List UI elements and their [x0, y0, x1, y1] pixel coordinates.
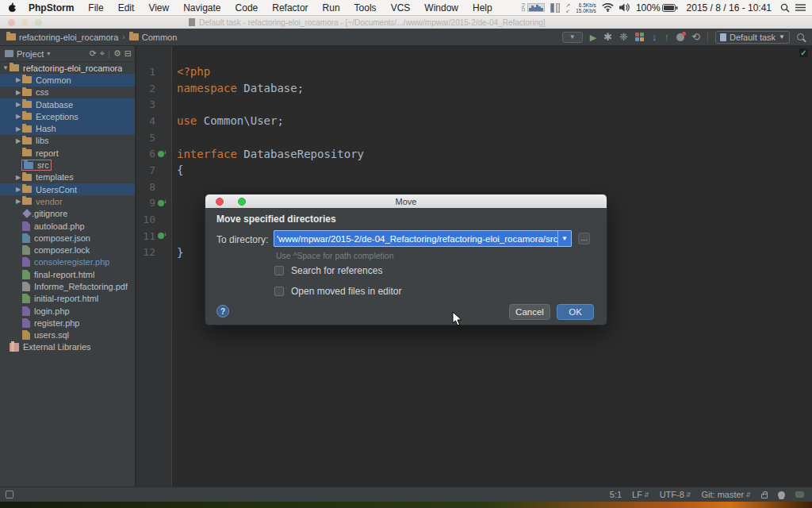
line-separator-selector[interactable]: LF⇵	[632, 490, 649, 499]
line-number[interactable]: 9	[136, 197, 155, 209]
menu-item-window[interactable]: Window	[417, 2, 465, 13]
toolwindow-toggle-icon[interactable]	[6, 491, 13, 498]
coverage-button[interactable]: ✱	[603, 32, 612, 43]
line-number[interactable]: 3	[136, 98, 155, 110]
tree-item-libs[interactable]: ▶libs	[0, 135, 135, 147]
menu-item-refactor[interactable]: Refactor	[265, 2, 315, 13]
code-line[interactable]: namespace Database;	[173, 80, 812, 97]
battery-widget[interactable]: 100%	[636, 2, 678, 13]
line-number[interactable]: 1	[136, 66, 155, 78]
apple-menu[interactable]	[0, 2, 21, 13]
code-line[interactable]	[173, 129, 812, 146]
vcs-commit-button[interactable]: ↑	[665, 32, 670, 43]
tree-item-final-report-html[interactable]: final-report.html	[0, 268, 135, 280]
wifi-icon[interactable]	[602, 3, 614, 12]
expand-arrow-icon[interactable]: ▶	[14, 101, 22, 108]
browse-button[interactable]: …	[578, 233, 590, 244]
tree-item-src[interactable]: src	[0, 159, 135, 171]
run-config-selector[interactable]: ▼	[562, 32, 583, 43]
expand-arrow-icon[interactable]: ▶	[14, 198, 22, 205]
menu-item-help[interactable]: Help	[465, 2, 500, 13]
notification-center-icon[interactable]	[795, 3, 806, 12]
tree-item-login-php[interactable]: login.php	[0, 305, 135, 317]
tree-item-exceptions[interactable]: ▶Exceptions	[0, 110, 135, 122]
expand-arrow-icon[interactable]: ▶	[14, 137, 22, 144]
code-line[interactable]: use Common\User;	[173, 113, 812, 129]
code-line[interactable]	[173, 179, 812, 195]
tree-item-common[interactable]: ▶Common	[0, 74, 135, 86]
breadcrumb-item-Common[interactable]: Common	[129, 33, 178, 42]
line-number[interactable]: 12	[136, 246, 155, 258]
line-number[interactable]: 10	[136, 214, 155, 225]
window-minimize-button[interactable]	[21, 19, 29, 26]
implement-marker-icon[interactable]	[158, 233, 164, 239]
tree-item-css[interactable]: ▶css	[0, 87, 135, 98]
code-line[interactable]: interface DatabaseRepository	[173, 145, 812, 162]
to-directory-value[interactable]: 'www/mpwar/2015-2/de-04_Refactoring/refa…	[274, 234, 557, 244]
memory-widget[interactable]	[550, 3, 560, 13]
menu-item-code[interactable]: Code	[228, 2, 266, 13]
tree-item-register-php[interactable]: register.php	[0, 317, 135, 329]
search-for-references-checkbox[interactable]: Search for references	[274, 265, 382, 276]
locate-icon[interactable]: ⌖	[100, 48, 105, 59]
expand-arrow-icon[interactable]: ▶	[14, 113, 22, 120]
window-zoom-button[interactable]	[35, 19, 42, 26]
collapse-all-icon[interactable]: ⊟	[124, 48, 132, 59]
implement-marker-icon[interactable]	[158, 200, 164, 206]
rollback-button[interactable]: ⟲	[691, 32, 700, 43]
help-button[interactable]: ?	[216, 305, 229, 318]
menu-item-navigate[interactable]: Navigate	[176, 2, 228, 13]
tree-item-hash[interactable]: ▶Hash	[0, 122, 135, 134]
tree-item-database[interactable]: ▶Database	[0, 98, 135, 110]
expand-arrow-icon[interactable]: ▶	[14, 76, 22, 83]
code-line[interactable]: {	[173, 162, 812, 179]
menu-item-run[interactable]: Run	[316, 2, 347, 13]
gear-icon[interactable]: ⚙	[113, 48, 121, 59]
dialog-title-bar[interactable]: Move	[205, 194, 607, 208]
line-number[interactable]: 8	[136, 181, 155, 193]
task-combo[interactable]: Default task▼	[715, 31, 790, 44]
menu-item-app[interactable]: PhpStorm	[21, 2, 81, 13]
window-close-button[interactable]	[8, 19, 15, 26]
show-changes-button[interactable]	[676, 33, 684, 41]
menu-clock[interactable]: 2015 / 8 / 16 - 10:41	[684, 2, 775, 13]
open-moved-files-checkbox[interactable]: Open moved files in editor	[274, 286, 401, 297]
tree-item-report[interactable]: report	[0, 147, 135, 159]
volume-icon[interactable]	[619, 3, 630, 12]
checkbox-icon[interactable]	[274, 266, 284, 275]
menu-item-tools[interactable]: Tools	[347, 2, 384, 13]
menu-item-edit[interactable]: Edit	[111, 2, 142, 13]
expand-arrow-icon[interactable]: ▼	[2, 64, 10, 71]
line-number[interactable]: 4	[136, 115, 155, 127]
inspection-status-icon[interactable]: ✓	[799, 48, 808, 57]
profile-button[interactable]: ❈	[619, 32, 628, 43]
line-number[interactable]: 5	[136, 132, 155, 144]
menu-item-file[interactable]: File	[81, 2, 110, 13]
tree-item-userscont[interactable]: ▶UsersCont	[0, 183, 135, 195]
checkbox-icon[interactable]	[274, 287, 284, 296]
implement-marker-icon[interactable]	[158, 151, 164, 157]
tree-item-composer-lock[interactable]: composer.lock	[0, 244, 135, 256]
encoding-selector[interactable]: UTF-8⇵	[660, 490, 691, 499]
tree-item-composer-json[interactable]: composer.json	[0, 232, 135, 244]
tree-item-refactoring-eloi-rocamora[interactable]: ▼refactoring-eloi_rocamora	[0, 62, 135, 74]
tree-item-templates[interactable]: ▶templates	[0, 171, 135, 183]
ok-button[interactable]: OK	[557, 304, 594, 320]
tree-item-consoleregister-php[interactable]: consoleregister.php	[0, 256, 135, 268]
line-number[interactable]: 6	[136, 148, 155, 160]
code-line[interactable]	[173, 96, 812, 113]
cancel-button[interactable]: Cancel	[509, 304, 550, 320]
code-line[interactable]: <?php	[173, 64, 812, 80]
tree-item-external-libraries[interactable]: External Libraries	[0, 341, 135, 353]
expand-arrow-icon[interactable]: ▶	[14, 125, 22, 133]
tree-item-initial-report-html[interactable]: initial-report.html	[0, 293, 135, 305]
search-everywhere-button[interactable]	[797, 33, 804, 40]
line-number[interactable]: 2	[136, 83, 155, 94]
spotlight-icon[interactable]	[780, 3, 790, 13]
dialog-close-button[interactable]	[216, 198, 224, 206]
sync-icon[interactable]: ⟳	[90, 48, 97, 59]
expand-arrow-icon[interactable]: ▶	[14, 174, 22, 181]
line-number[interactable]: 7	[136, 164, 155, 176]
tree-item-informe-refactoring-pdf[interactable]: Informe_Refactoring.pdf	[0, 280, 135, 292]
git-branch-selector[interactable]: Git: master⇵	[702, 490, 752, 499]
